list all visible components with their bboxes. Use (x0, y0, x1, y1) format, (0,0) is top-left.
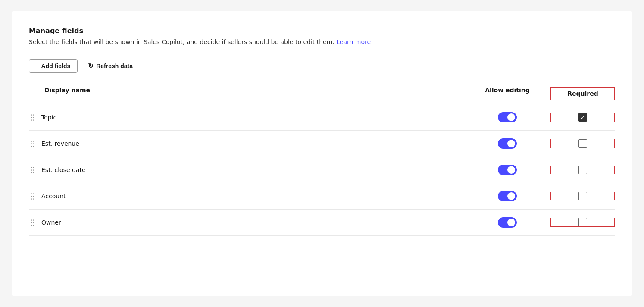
refresh-label: Refresh data (96, 63, 133, 69)
table-row: Owner (29, 210, 615, 236)
field-name-label: Account (41, 193, 66, 200)
toggle-cell (464, 138, 550, 149)
add-fields-button[interactable]: + Add fields (29, 59, 78, 73)
drag-handle-icon[interactable] (29, 218, 36, 228)
col-required-header: Required (550, 87, 615, 100)
manage-fields-container: Manage fields Select the fields that wil… (12, 11, 632, 296)
required-checkbox[interactable] (578, 139, 587, 148)
table-header: Display name Allow editing Required (29, 87, 615, 104)
required-cell (550, 139, 615, 148)
field-name-label: Est. close date (41, 166, 86, 173)
row-display-cell: Est. revenue (29, 139, 464, 149)
toggle-cell (464, 191, 550, 201)
toggle-cell (464, 112, 550, 122)
row-display-cell: Topic (29, 113, 464, 122)
allow-editing-toggle[interactable] (498, 138, 517, 149)
required-cell (550, 218, 615, 227)
allow-editing-toggle[interactable] (498, 217, 517, 228)
page-description: Select the fields that will be shown in … (29, 38, 615, 45)
allow-editing-toggle[interactable] (498, 112, 517, 122)
required-cell (550, 192, 615, 200)
field-name-label: Owner (41, 219, 61, 226)
required-checkbox[interactable] (578, 192, 587, 200)
toggle-cell (464, 217, 550, 228)
table-row: Account (29, 183, 615, 210)
required-cell (550, 166, 615, 174)
row-display-cell: Account (29, 191, 464, 201)
drag-handle-icon[interactable] (29, 165, 36, 175)
toolbar: + Add fields ↻ Refresh data (29, 59, 615, 73)
table-row: Est. revenue (29, 131, 615, 157)
refresh-data-button[interactable]: ↻ Refresh data (84, 59, 136, 73)
learn-more-link[interactable]: Learn more (336, 38, 371, 45)
row-display-cell: Owner (29, 218, 464, 228)
field-name-label: Est. revenue (41, 140, 79, 147)
required-cell (550, 113, 615, 122)
col-display-name-header: Display name (29, 87, 464, 100)
drag-handle-icon[interactable] (29, 191, 36, 201)
row-display-cell: Est. close date (29, 165, 464, 175)
page-title: Manage fields (29, 27, 615, 35)
required-checkbox[interactable] (578, 166, 587, 174)
description-text: Select the fields that will be shown in … (29, 38, 335, 45)
allow-editing-toggle[interactable] (498, 165, 517, 175)
toggle-cell (464, 165, 550, 175)
required-checkbox[interactable] (578, 113, 587, 122)
refresh-icon: ↻ (88, 62, 94, 70)
drag-handle-icon[interactable] (29, 113, 36, 122)
drag-handle-icon[interactable] (29, 139, 36, 149)
col-allow-editing-header: Allow editing (464, 87, 550, 100)
required-checkbox[interactable] (578, 218, 587, 226)
allow-editing-toggle[interactable] (498, 191, 517, 201)
table-rows: Topic Est. revenue Est. close date Accou… (29, 104, 615, 236)
field-name-label: Topic (41, 114, 56, 121)
table-row: Est. close date (29, 157, 615, 183)
table-row: Topic (29, 104, 615, 131)
